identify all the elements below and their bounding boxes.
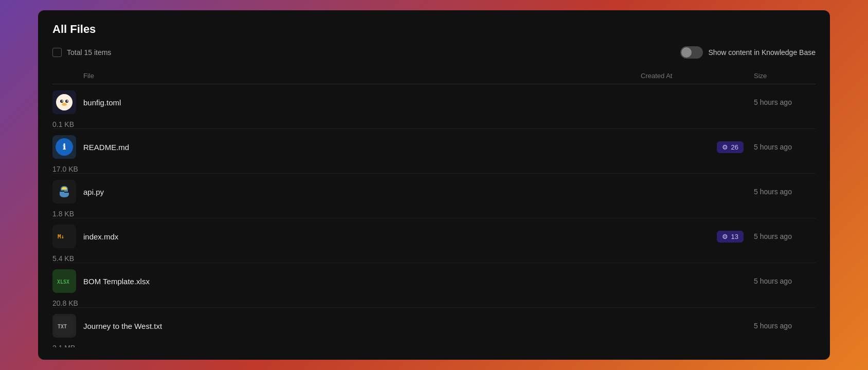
svg-point-8 <box>65 195 67 196</box>
table-row[interactable]: bunfig.toml 5 hours ago 0.1 KB <box>52 84 816 129</box>
table-row[interactable]: TXT Journey to the West.txt 5 hours ago … <box>52 308 816 347</box>
toggle-thumb <box>681 47 692 58</box>
file-icon-md: ℹ <box>52 135 76 159</box>
file-icon-toml <box>52 90 76 114</box>
table-row[interactable]: api.py 5 hours ago 1.8 KB <box>52 174 816 218</box>
knowledge-base-toggle-label: Show content in Knowledge Base <box>708 48 816 57</box>
size-cell: 0.1 KB <box>52 120 641 128</box>
badge-area: ⚙ 13 <box>641 231 754 243</box>
svg-text:TXT: TXT <box>58 324 67 329</box>
file-name: BOM Template.xlsx <box>83 277 150 286</box>
txt-icon: TXT <box>55 317 74 335</box>
table-row[interactable]: XLSX BOM Template.xlsx 5 hours ago 20.8 … <box>52 263 816 308</box>
table-row[interactable]: M↓ index.mdx ⚙ 13 5 hours ago 5.4 KB <box>52 218 816 263</box>
table-header: File Created At Size <box>52 68 816 84</box>
file-cell: api.py <box>52 174 641 210</box>
gear-icon: ⚙ <box>722 233 728 240</box>
created-at-cell: 5 hours ago <box>754 188 816 196</box>
file-cell: XLSX BOM Template.xlsx <box>52 263 641 299</box>
size-cell: 5.4 KB <box>52 254 641 263</box>
created-at-cell: 5 hours ago <box>754 322 816 330</box>
knowledge-badge: ⚙ 26 <box>717 141 744 153</box>
gear-icon: ⚙ <box>722 143 728 151</box>
size-cell: 20.8 KB <box>52 299 641 307</box>
svg-point-7 <box>62 188 64 189</box>
file-name: README.md <box>83 143 129 152</box>
toolbar: Total 15 items Show content in Knowledge… <box>52 46 816 59</box>
table-body: bunfig.toml 5 hours ago 0.1 KB ℹ README.… <box>52 84 816 347</box>
file-icon-mdx: M↓ <box>52 225 76 248</box>
svg-point-5 <box>67 100 68 101</box>
col-header-created: Created At <box>641 72 754 80</box>
knowledge-badge: ⚙ 13 <box>717 231 744 243</box>
badge-count: 13 <box>731 233 738 240</box>
knowledge-base-toggle[interactable] <box>680 46 703 59</box>
bun-icon <box>55 93 74 112</box>
file-cell: M↓ index.mdx <box>52 218 641 254</box>
table-row[interactable]: ℹ README.md ⚙ 26 5 hours ago 17.0 KB <box>52 129 816 174</box>
file-cell: TXT Journey to the West.txt <box>52 308 641 344</box>
file-name: bunfig.toml <box>83 98 121 107</box>
size-cell: 2.1 MB <box>52 344 641 347</box>
created-at-cell: 5 hours ago <box>754 277 816 285</box>
file-name: index.mdx <box>83 232 118 241</box>
created-at-cell: 5 hours ago <box>754 232 816 240</box>
python-icon <box>57 184 72 199</box>
file-cell: ℹ README.md <box>52 129 641 165</box>
col-header-size: Size <box>754 72 816 80</box>
page-title: All Files <box>52 23 816 36</box>
size-cell: 17.0 KB <box>52 165 641 173</box>
file-icon-xlsx: XLSX <box>52 269 76 293</box>
file-icon-txt: TXT <box>52 314 76 338</box>
file-name: api.py <box>83 188 104 196</box>
all-files-panel: All Files Total 15 items Show content in… <box>38 10 830 360</box>
select-all-checkbox[interactable] <box>52 48 62 57</box>
created-at-cell: 5 hours ago <box>754 143 816 151</box>
svg-point-3 <box>62 103 67 106</box>
col-header-file: File <box>52 72 641 80</box>
file-name: Journey to the West.txt <box>83 322 162 330</box>
created-at-cell: 5 hours ago <box>754 98 816 106</box>
svg-text:XLSX: XLSX <box>57 279 69 285</box>
total-items-label: Total 15 items <box>67 48 111 57</box>
svg-point-0 <box>56 94 73 110</box>
total-items-section: Total 15 items <box>52 48 111 57</box>
badge-count: 26 <box>731 143 738 151</box>
file-icon-py <box>52 180 76 203</box>
knowledge-base-toggle-section: Show content in Knowledge Base <box>680 46 816 59</box>
size-cell: 1.8 KB <box>52 210 641 218</box>
readme-icon: ℹ <box>56 138 73 156</box>
svg-text:M↓: M↓ <box>58 233 64 240</box>
svg-point-4 <box>62 100 63 101</box>
xlsx-icon: XLSX <box>55 272 74 290</box>
mdx-icon: M↓ <box>55 227 74 246</box>
badge-area: ⚙ 26 <box>641 141 754 153</box>
file-cell: bunfig.toml <box>52 84 641 120</box>
